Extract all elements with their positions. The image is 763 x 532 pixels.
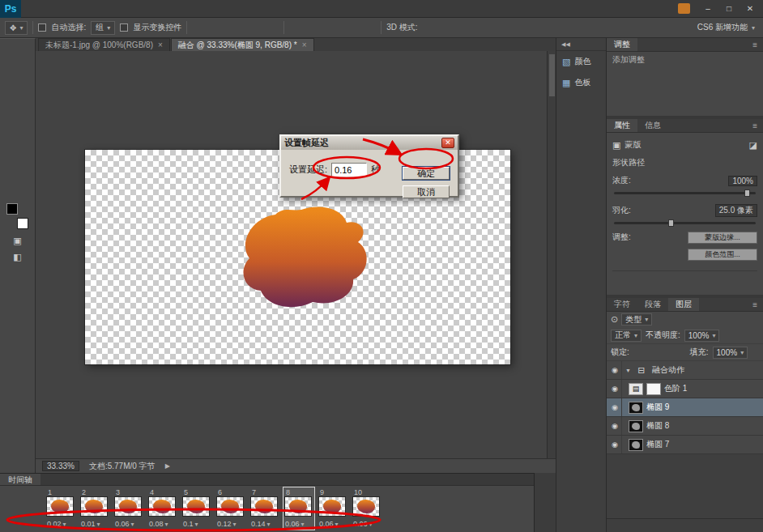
mask-thumbnail[interactable]: ◪ (749, 140, 757, 151)
brightness-contrast-icon[interactable] (611, 67, 636, 81)
frame-thumbnail[interactable] (352, 496, 380, 517)
animation-frame[interactable]: 9 0.06 ▾ (318, 487, 348, 530)
animation-frame[interactable]: 3 0.06 ▾ (113, 487, 144, 530)
frame-delay-dropdown[interactable]: 0.06 ▾ (318, 520, 347, 528)
frame-thumbnail[interactable] (114, 496, 142, 517)
pen-tool[interactable] (0, 151, 18, 166)
workspace-switcher[interactable]: CS6 新增功能 ▾ (697, 22, 758, 33)
frame-delay-dropdown[interactable]: 0.01 ▾ (80, 520, 109, 528)
layer-thumbnail[interactable]: ⊟ (634, 364, 649, 377)
background-color-swatch[interactable] (17, 218, 28, 229)
scrollbar-thumb[interactable] (549, 54, 555, 96)
visibility-toggle[interactable]: ◉ (608, 398, 622, 416)
exposure-icon[interactable] (685, 67, 710, 81)
delay-input[interactable] (331, 163, 367, 177)
tab-layers[interactable]: 图层 (668, 298, 699, 311)
visibility-toggle[interactable]: ◉ (608, 380, 622, 398)
frame-thumbnail[interactable] (284, 496, 312, 517)
layer-thumbnail[interactable] (629, 420, 643, 432)
layer-thumbnail[interactable] (629, 402, 643, 414)
document-tab[interactable]: 融合 @ 33.33%(椭圆 9, RGB/8) * × (171, 38, 314, 51)
close-tab-icon[interactable]: × (158, 40, 163, 49)
frame-delay-dropdown[interactable]: 0.12 ▾ (216, 520, 245, 528)
animation-frame[interactable]: 4 0.08 ▾ (147, 487, 178, 530)
frame-thumbnail[interactable] (182, 496, 210, 517)
swatches-panel-button[interactable]: ▦ 色板 (556, 72, 606, 93)
expand-panels-button[interactable]: ◀◀ (556, 38, 606, 51)
foreground-color-swatch[interactable] (6, 203, 18, 215)
tool-preset-picker[interactable]: ✥ ▾ (5, 21, 28, 35)
layer-row[interactable]: ◉ ▼ ⊟ 融合动作 (607, 361, 763, 380)
frame-delay-dropdown[interactable]: 0.14 ▾ (250, 520, 279, 528)
blend-mode-dropdown[interactable]: 正常 ▾ (611, 330, 642, 342)
dialog-titlebar[interactable]: 设置帧延迟 ✕ (281, 136, 458, 150)
layer-thumbnail[interactable] (629, 439, 643, 451)
frame-thumbnail[interactable] (80, 496, 108, 517)
show-transform-checkbox[interactable] (120, 23, 128, 32)
cancel-button[interactable]: 取消 (403, 185, 450, 198)
visibility-toggle[interactable]: ◉ (608, 417, 622, 435)
history-brush-tool[interactable] (18, 104, 36, 120)
hand-tool[interactable] (0, 181, 18, 197)
path-select-tool[interactable] (0, 166, 18, 181)
ok-button[interactable]: 确定 (403, 167, 450, 180)
frame-delay-dropdown[interactable]: 0.06 ▾ (352, 520, 382, 528)
lasso-tool[interactable] (0, 58, 18, 74)
canvas-area[interactable] (36, 51, 556, 458)
frame-delay-dropdown[interactable]: 0.1 ▾ (182, 520, 211, 528)
frame-delay-dropdown[interactable]: 0.08 ▾ (148, 520, 177, 528)
crop-tool[interactable] (0, 74, 18, 89)
group-twirl-icon[interactable]: ▼ (625, 368, 631, 373)
tab-character[interactable]: 字符 (607, 298, 637, 311)
layer-filter-dropdown[interactable]: 类型 ▾ (621, 313, 652, 326)
fill-field[interactable]: 100% ▾ (713, 347, 748, 359)
tab-paragraph[interactable]: 段落 (637, 298, 668, 311)
tab-properties[interactable]: 属性 (607, 119, 637, 132)
density-slider[interactable] (614, 192, 756, 194)
photo-filter-icon[interactable] (660, 83, 685, 96)
eyedropper-tool[interactable] (18, 74, 36, 89)
slider-thumb[interactable] (668, 219, 674, 227)
opacity-field[interactable]: 100% ▾ (684, 330, 720, 342)
zoom-level-field[interactable]: 33.33% (42, 461, 79, 471)
frame-thumbnail[interactable] (250, 496, 278, 517)
visibility-toggle[interactable]: ◉ (608, 361, 622, 379)
frame-thumbnail[interactable] (216, 496, 244, 517)
quick-mask-button[interactable]: ▣ (13, 236, 21, 246)
color-lookup-icon[interactable] (710, 83, 735, 96)
channel-mixer-icon[interactable] (685, 83, 710, 96)
tab-info[interactable]: 信息 (637, 119, 668, 132)
animation-frame[interactable]: 10 0.06 ▾ (352, 487, 382, 530)
curves-icon[interactable] (660, 67, 685, 81)
layer-row[interactable]: ◉ ▤ 色阶 1 (607, 380, 763, 398)
gradient-tool[interactable] (18, 120, 36, 135)
mini-bridge-icon[interactable] (678, 3, 690, 14)
animation-frame[interactable]: 8 0.06 ▾ (283, 487, 314, 530)
frame-delay-dropdown[interactable]: 0.06 ▾ (114, 520, 143, 528)
animation-frame[interactable]: 2 0.01 ▾ (79, 487, 110, 530)
tab-adjustments[interactable]: 调整 (607, 38, 637, 51)
hue-saturation-icon[interactable] (735, 67, 760, 81)
frame-thumbnail[interactable] (318, 496, 346, 517)
feather-slider[interactable] (614, 222, 756, 224)
animation-frame[interactable]: 5 0.1 ▾ (181, 487, 212, 530)
magic-wand-tool[interactable] (18, 58, 36, 74)
panel-menu-icon[interactable]: ≡ (747, 121, 763, 130)
layer-row[interactable]: ◉ 椭圆 8 (607, 417, 763, 436)
zoom-tool[interactable] (18, 181, 36, 197)
brush-tool[interactable] (18, 89, 36, 104)
document-tab[interactable]: 未标题-1.jpg @ 100%(RGB/8) × (38, 38, 170, 51)
slider-thumb[interactable] (744, 189, 750, 197)
panel-menu-icon[interactable]: ≡ (747, 300, 763, 309)
selective-color-icon[interactable] (685, 98, 710, 112)
color-panel-button[interactable]: ▧ 颜色 (556, 51, 606, 72)
close-button[interactable]: ✕ (740, 1, 760, 17)
layer-row[interactable]: ◉ 椭圆 9 (607, 398, 763, 417)
animation-frame[interactable]: 7 0.14 ▾ (249, 487, 280, 530)
marquee-tool[interactable] (0, 43, 18, 58)
animation-frame[interactable]: 6 0.12 ▾ (215, 487, 246, 530)
dodge-tool[interactable] (18, 135, 36, 151)
type-tool[interactable] (18, 151, 36, 166)
close-tab-icon[interactable]: × (302, 40, 307, 49)
healing-brush-tool[interactable] (0, 89, 18, 104)
